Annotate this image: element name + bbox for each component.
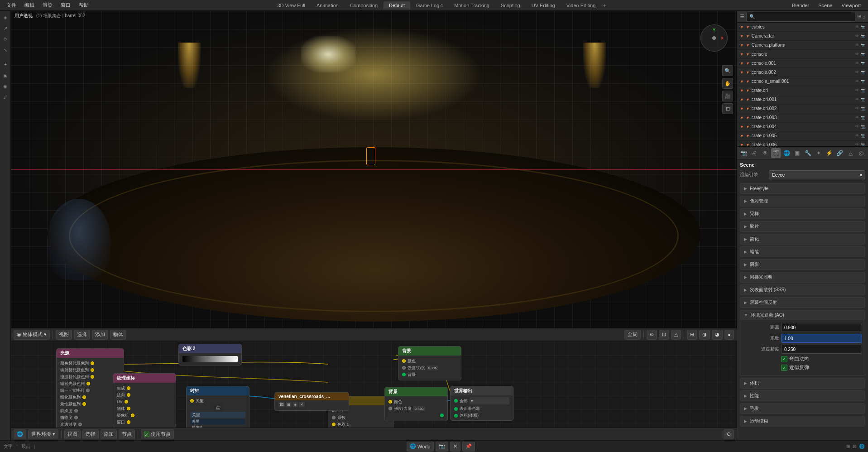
tab-3d-view-full[interactable]: 3D View Full [272,1,311,10]
node-status-pin[interactable]: 📌 [462,442,475,452]
sidebar-tool-8[interactable]: 🖊 [1,92,10,101]
vis-eye-0[interactable]: 👁 [855,25,859,29]
3d-viewport[interactable]: 用户透视 (1) 场景集合 | barrel.002 X Y 🔍 ✋ 🎥 ⊞ [11,11,737,328]
scene-selector[interactable]: Scene [815,2,836,9]
render-engine-select[interactable]: Eevee ▾ [769,170,865,179]
menu-edit[interactable]: 编辑 [21,1,38,10]
node-status-world-btn[interactable]: 🌐 World [407,442,434,452]
outliner-item-10[interactable]: ▼ ▼ crate.ori.003 👁 📷 [737,113,868,122]
vis-render-7[interactable]: 📷 [861,88,865,92]
outliner-search[interactable]: 🔍 [746,12,855,22]
menu-window[interactable]: 窗口 [57,1,74,10]
prop-extra-header-1[interactable]: ▶ 性能 [740,391,865,401]
sidebar-tool-1[interactable]: ◈ [1,13,10,22]
filter-icon[interactable]: ⊞ [857,14,861,19]
outliner-item-11[interactable]: ▼ ▼ crate.ori.004 👁 📷 [737,122,868,131]
snap-btn[interactable]: ⊙ [647,330,657,340]
prop-section-header-4[interactable]: ▶ 简化 [740,234,865,244]
prop-extra-header-0[interactable]: ▶ 体积 [740,378,865,388]
vis-eye-8[interactable]: 👁 [855,97,859,101]
prop-icon-physics[interactable]: ⚡ [825,148,834,158]
vis-eye-13[interactable]: 👁 [855,143,859,146]
prop-icon-render[interactable]: 📷 [739,148,749,158]
hand-btn[interactable]: ✋ [722,78,733,89]
prop-icon-material[interactable]: ◎ [856,148,866,158]
tab-video-editing[interactable]: Video Editing [561,1,601,10]
node-editor[interactable]: 光源 颜色替代颜色列 镜射替代颜色列 漫游替代颜色列 辐射光颜色列 细一 · 实… [11,341,737,440]
node-status-x[interactable]: ✕ [450,442,460,452]
vis-render-12[interactable]: 📷 [861,134,865,138]
vis-eye-3[interactable]: 👁 [855,52,859,56]
object-mode-btn[interactable]: ◉ 物体模式 ▾ [14,330,50,340]
vis-eye-9[interactable]: 👁 [855,106,859,111]
vis-eye-6[interactable]: 👁 [855,79,859,83]
vis-render-2[interactable]: 📷 [861,43,865,47]
prop-icon-scene[interactable]: 🎬 [771,148,781,158]
node-background-2[interactable]: 背景 颜色 强度/力度0.450 [384,387,448,421]
vis-eye-1[interactable]: 👁 [855,34,859,38]
vis-eye-4[interactable]: 👁 [855,61,859,65]
prop-icon-modifier[interactable]: 🔧 [803,148,813,158]
ao-approx-checkbox[interactable]: ✓ 近似反弹 [781,364,809,371]
node-status-camera[interactable]: 📷 [436,442,448,452]
sidebar-tool-5[interactable]: ✦ [1,60,10,69]
sidebar-tool-2[interactable]: ↗ [1,24,10,33]
vis-render-1[interactable]: 📷 [861,34,865,38]
shading-rendered[interactable]: ● [724,330,734,340]
sidebar-tool-3[interactable]: ⟳ [1,34,10,43]
vis-render-10[interactable]: 📷 [861,115,865,120]
menu-help[interactable]: 帮助 [75,1,92,10]
outliner-item-2[interactable]: ▼ ▼ Camera.platform 👁 📷 [737,41,868,50]
node-editor-type[interactable]: 🌐 [14,429,26,439]
prop-section-header-0[interactable]: ▶ Freestyle [740,183,865,193]
prop-icon-data[interactable]: △ [846,148,856,158]
prop-section-header-8[interactable]: ▶ 次表面散射 (SSS) [740,285,865,295]
sort-icon[interactable]: ↕ [863,14,866,19]
sidebar-tool-6[interactable]: ▣ [1,71,10,80]
node-texture-venetian[interactable]: venetian_crossroads_... 🖼 ⊞ ◈ ✕ [274,392,349,411]
node-world-output[interactable]: 世界输出 全部 ▾ 表面着色器 体积(体积) [450,386,513,421]
vis-render-4[interactable]: 📷 [861,61,865,65]
vis-eye-12[interactable]: 👁 [855,134,859,138]
prop-section-header-10[interactable]: ▼ 环境光遮蔽 (AO) [740,310,865,320]
node-texture-coord[interactable]: 纹理坐标 生成 法向 UV 物体 摄像机 窗口 [113,373,176,428]
vis-eye-11[interactable]: 👁 [855,125,859,129]
outliner-item-4[interactable]: ▼ ▼ console.001 👁 📷 [737,59,868,68]
sidebar-tool-7[interactable]: ◉ [1,82,10,91]
ao-factor-value[interactable]: 1.00 [781,334,862,343]
menu-render[interactable]: 渲染 [39,1,56,10]
ao-trace-value[interactable]: 0.250 [781,345,862,354]
tab-compositing[interactable]: Compositing [345,1,383,10]
tab-uv-editing[interactable]: UV Editing [526,1,561,10]
tab-motion-tracking[interactable]: Motion Tracking [449,1,495,10]
nav-circle[interactable]: X Y [700,24,728,52]
zoom-in-btn[interactable]: 🔍 [722,65,733,76]
ao-distance-value[interactable]: 0.900 [781,323,862,332]
node-add-btn[interactable]: 添加 [101,429,117,439]
tab-animation[interactable]: Animation [311,1,344,10]
outliner-item-5[interactable]: ▼ ▼ console.002 👁 📷 [737,68,868,77]
status-icon-2[interactable]: ⊡ [853,444,856,449]
status-icon-3[interactable]: 🌐 [859,444,864,449]
object-menu-btn[interactable]: 物体 [110,330,126,340]
vis-render-11[interactable]: 📷 [861,125,865,129]
tab-scripting[interactable]: Scripting [495,1,526,10]
outliner-item-9[interactable]: ▼ ▼ crate.ori.002 👁 📷 [737,104,868,113]
vis-eye-5[interactable]: 👁 [855,70,859,74]
prop-section-header-5[interactable]: ▶ 蜡笔 [740,247,865,257]
prop-section-header-1[interactable]: ▶ 色彩管理 [740,196,865,206]
vis-render-8[interactable]: 📷 [861,97,865,101]
vis-render-3[interactable]: 📷 [861,52,865,56]
prop-extra-header-2[interactable]: ▶ 毛发 [740,404,865,414]
select-menu-btn[interactable]: 选择 [74,330,90,340]
node-select-btn[interactable]: 选择 [82,429,99,439]
camera-btn[interactable]: 🎥 [722,91,733,101]
outliner-item-0[interactable]: ▼ ▼ cables 👁 📷 [737,23,868,32]
tab-default[interactable]: Default [384,1,410,10]
tab-game-logic[interactable]: Game Logic [411,1,448,10]
vis-render-0[interactable]: 📷 [861,25,865,29]
vis-render-9[interactable]: 📷 [861,106,865,111]
vis-render-5[interactable]: 📷 [861,70,865,74]
menu-file[interactable]: 文件 [3,1,20,10]
engine-selector[interactable]: Blender [788,2,813,9]
